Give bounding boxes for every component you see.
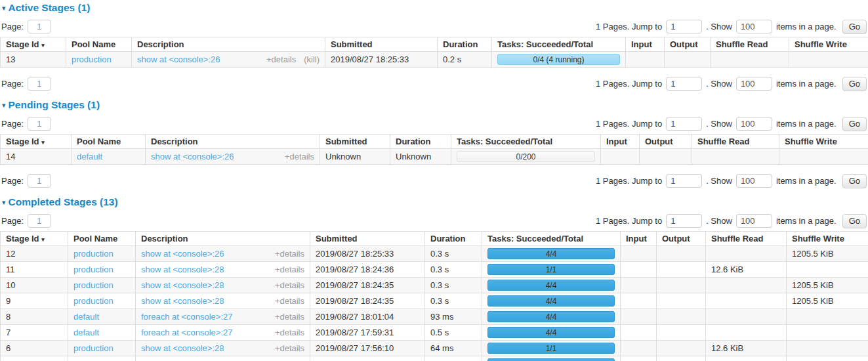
jump-to-input[interactable] — [666, 77, 702, 91]
description-link[interactable]: show at <console>:28 — [141, 280, 224, 290]
col-output[interactable]: Output — [665, 37, 711, 52]
description-link[interactable]: show at <console>:28 — [141, 296, 224, 306]
col-submitted[interactable]: Submitted — [325, 37, 438, 52]
pool-name-link[interactable]: production — [73, 249, 114, 259]
details-toggle[interactable]: +details — [275, 343, 304, 353]
tasks-progress-label: 4/4 — [546, 312, 557, 322]
page-number-input[interactable] — [28, 174, 51, 188]
pagination-row-completed-top: Page: 1 Pages. Jump to . Show items in a… — [0, 214, 868, 228]
jump-to-input[interactable] — [666, 174, 702, 188]
tasks-progress-bar: 4/4 — [487, 358, 615, 361]
description-link[interactable]: show at <console>:26 — [137, 54, 220, 64]
page-number-input[interactable] — [28, 77, 51, 91]
col-stage-id[interactable]: Stage Id ▾ — [1, 232, 68, 246]
col-shuffle-write[interactable]: Shuffle Write — [779, 135, 868, 149]
pool-name-link[interactable]: production — [73, 280, 114, 290]
details-toggle[interactable]: +details — [266, 54, 296, 64]
col-shuffle-read[interactable]: Shuffle Read — [692, 135, 779, 149]
stages-page: ▾Active Stages (1) Page: 1 Pages. Jump t… — [0, 0, 868, 361]
jump-to-input[interactable] — [666, 117, 702, 131]
pages-summary: 1 Pages. Jump to — [596, 216, 662, 226]
duration-cell: 0.3 s — [425, 293, 482, 309]
col-tasks[interactable]: Tasks: Succeeded/Total — [451, 135, 601, 149]
page-size-input[interactable] — [736, 20, 772, 33]
go-button[interactable]: Go — [842, 214, 867, 228]
pool-name-link[interactable]: production — [73, 343, 114, 353]
col-pool-name[interactable]: Pool Name — [68, 232, 136, 246]
col-tasks[interactable]: Tasks: Succeeded/Total — [492, 37, 626, 52]
col-description[interactable]: Description — [146, 135, 320, 149]
shuffle-read-cell — [706, 246, 787, 262]
duration-cell: 0.3 s — [425, 262, 482, 278]
col-input[interactable]: Input — [626, 37, 665, 52]
pool-name-link[interactable]: default — [77, 152, 102, 161]
pool-name-link[interactable]: default — [73, 312, 99, 322]
details-toggle[interactable]: +details — [275, 296, 304, 306]
col-input[interactable]: Input — [601, 135, 640, 149]
details-toggle[interactable]: +details — [275, 265, 304, 274]
col-pool-name[interactable]: Pool Name — [66, 37, 132, 52]
jump-to-input[interactable] — [666, 214, 702, 228]
items-label: items in a page. — [776, 79, 837, 89]
input-cell — [621, 341, 657, 356]
stage-id-cell: 9 — [1, 293, 68, 309]
col-duration[interactable]: Duration — [425, 232, 482, 246]
col-pool-name[interactable]: Pool Name — [72, 135, 146, 149]
page-size-input[interactable] — [736, 77, 772, 91]
details-toggle[interactable]: +details — [275, 328, 304, 337]
col-tasks[interactable]: Tasks: Succeeded/Total — [482, 232, 621, 246]
section-header-active-stages[interactable]: ▾Active Stages (1) — [2, 2, 868, 14]
details-toggle[interactable]: +details — [285, 152, 314, 161]
page-number-input[interactable] — [28, 214, 51, 228]
stage-id-cell: 11 — [1, 262, 68, 278]
details-toggle[interactable]: +details — [275, 312, 304, 322]
completed-stages-table: Stage Id ▾ Pool Name Description Submitt… — [0, 231, 868, 361]
col-shuffle-read[interactable]: Shuffle Read — [706, 232, 787, 246]
go-button[interactable]: Go — [842, 117, 867, 131]
col-description[interactable]: Description — [136, 232, 310, 246]
pool-name-link[interactable]: production — [73, 296, 114, 306]
details-toggle[interactable]: +details — [275, 280, 304, 290]
description-link[interactable]: show at <console>:26 — [141, 249, 224, 259]
go-button[interactable]: Go — [842, 174, 867, 188]
duration-cell: 0.3 s — [425, 278, 482, 293]
description-link[interactable]: foreach at <console>:27 — [141, 328, 233, 337]
kill-link[interactable]: (kill) — [304, 54, 320, 64]
pool-name-link[interactable]: default — [73, 328, 99, 337]
col-shuffle-write[interactable]: Shuffle Write — [787, 232, 868, 246]
col-input[interactable]: Input — [621, 232, 657, 246]
description-link[interactable]: foreach at <console>:27 — [141, 312, 233, 322]
pages-summary: 1 Pages. Jump to — [596, 22, 662, 32]
col-duration[interactable]: Duration — [390, 135, 451, 149]
col-submitted[interactable]: Submitted — [310, 232, 425, 246]
go-button[interactable]: Go — [842, 20, 867, 34]
items-label: items in a page. — [776, 119, 837, 129]
pool-name-link[interactable]: production — [73, 265, 114, 274]
page-size-input[interactable] — [736, 214, 772, 228]
col-shuffle-write[interactable]: Shuffle Write — [789, 37, 868, 52]
col-submitted[interactable]: Submitted — [320, 135, 390, 149]
col-description[interactable]: Description — [132, 37, 325, 52]
section-header-pending-stages[interactable]: ▾Pending Stages (1) — [2, 99, 868, 111]
page-size-input[interactable] — [736, 174, 772, 188]
details-toggle[interactable]: +details — [275, 249, 304, 259]
tasks-progress-bar: 0/200 — [457, 151, 595, 162]
pool-name-link[interactable]: production — [72, 54, 112, 64]
description-link[interactable]: show at <console>:28 — [141, 343, 224, 353]
col-output[interactable]: Output — [657, 232, 706, 246]
description-link[interactable]: show at <console>:28 — [141, 265, 224, 274]
col-duration[interactable]: Duration — [438, 37, 492, 52]
col-stage-id[interactable]: Stage Id ▾ — [1, 37, 66, 52]
page-size-input[interactable] — [736, 117, 772, 131]
section-header-completed-stages[interactable]: ▾Completed Stages (13) — [2, 196, 868, 208]
page-number-input[interactable] — [28, 117, 51, 131]
stage-id-cell: 5 — [1, 356, 68, 361]
col-shuffle-read[interactable]: Shuffle Read — [711, 37, 789, 52]
description-link[interactable]: show at <console>:26 — [151, 152, 234, 161]
col-output[interactable]: Output — [640, 135, 692, 149]
go-button[interactable]: Go — [842, 77, 867, 91]
duration-cell: 64 ms — [425, 341, 482, 356]
jump-to-input[interactable] — [666, 20, 702, 33]
col-stage-id[interactable]: Stage Id ▾ — [1, 135, 72, 149]
page-number-input[interactable] — [28, 20, 51, 33]
